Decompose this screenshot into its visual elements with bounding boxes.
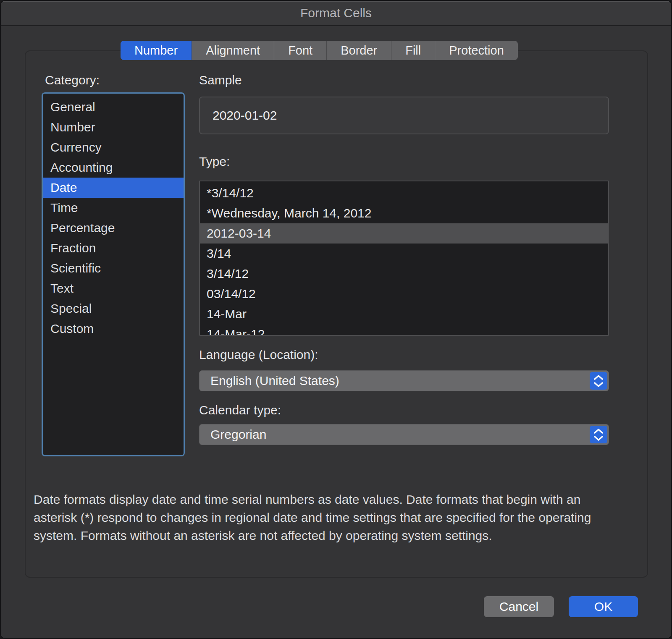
format-description-text: Date formats display date and time seria… xyxy=(34,490,623,545)
calendar-type-dropdown[interactable]: Gregorian xyxy=(199,424,609,445)
category-label: Category: xyxy=(45,73,100,87)
language-label: Language (Location): xyxy=(199,348,318,362)
category-item-scientific[interactable]: Scientific xyxy=(43,258,184,278)
format-cells-dialog: Format Cells Number Alignment Font Borde… xyxy=(0,0,672,639)
type-item[interactable]: *Wednesday, March 14, 2012 xyxy=(200,203,608,223)
category-item-custom[interactable]: Custom xyxy=(43,319,184,339)
category-item-date[interactable]: Date xyxy=(43,178,184,198)
type-item[interactable]: 14-Mar xyxy=(200,304,608,324)
chevron-up-down-icon[interactable] xyxy=(590,426,607,443)
sample-value-box: 2020-01-02 xyxy=(199,97,609,134)
sample-label: Sample xyxy=(199,73,242,87)
category-item-general[interactable]: General xyxy=(43,97,184,117)
type-item[interactable]: 14-Mar-12 xyxy=(200,324,608,336)
tab-number[interactable]: Number xyxy=(121,41,192,60)
category-item-special[interactable]: Special xyxy=(43,299,184,319)
tab-fill[interactable]: Fill xyxy=(391,41,435,60)
language-dropdown[interactable]: English (United States) xyxy=(199,370,609,391)
category-item-percentage[interactable]: Percentage xyxy=(43,218,184,238)
tab-font[interactable]: Font xyxy=(274,41,327,60)
language-value: English (United States) xyxy=(210,374,339,388)
tab-border[interactable]: Border xyxy=(327,41,391,60)
category-item-accounting[interactable]: Accounting xyxy=(43,157,184,178)
type-item[interactable]: 03/14/12 xyxy=(200,284,608,304)
type-item[interactable]: *3/14/12 xyxy=(200,183,608,203)
cancel-button[interactable]: Cancel xyxy=(484,596,554,617)
tab-alignment[interactable]: Alignment xyxy=(192,41,274,60)
category-listbox[interactable]: General Number Currency Accounting Date … xyxy=(42,92,185,456)
calendar-type-value: Gregorian xyxy=(210,427,266,442)
tab-protection[interactable]: Protection xyxy=(435,41,518,60)
type-label: Type: xyxy=(199,155,230,169)
type-item-selected[interactable]: 2012-03-14 xyxy=(200,223,608,244)
title-bar[interactable]: Format Cells xyxy=(1,1,671,26)
type-item[interactable]: 3/14 xyxy=(200,244,608,264)
type-item[interactable]: 3/14/12 xyxy=(200,264,608,284)
ok-button[interactable]: OK xyxy=(569,596,638,617)
calendar-type-label: Calendar type: xyxy=(199,403,281,417)
category-item-text[interactable]: Text xyxy=(43,278,184,299)
category-item-time[interactable]: Time xyxy=(43,198,184,218)
category-item-number[interactable]: Number xyxy=(43,117,184,137)
chevron-up-down-icon[interactable] xyxy=(590,372,607,390)
tab-bar: Number Alignment Font Border Fill Protec… xyxy=(121,41,518,60)
sample-value: 2020-01-02 xyxy=(213,108,277,123)
type-listbox[interactable]: *3/14/12 *Wednesday, March 14, 2012 2012… xyxy=(199,181,609,336)
category-item-fraction[interactable]: Fraction xyxy=(43,238,184,258)
dialog-title: Format Cells xyxy=(300,6,372,20)
category-item-currency[interactable]: Currency xyxy=(43,137,184,157)
